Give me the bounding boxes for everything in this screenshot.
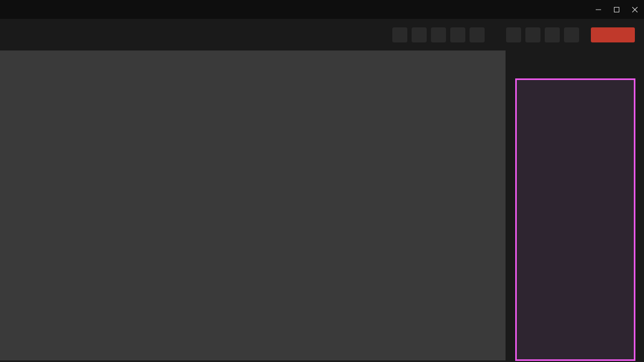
toolbar (0, 19, 644, 50)
window-maximize-button[interactable] (608, 0, 626, 19)
editor-canvas[interactable] (0, 50, 506, 360)
minimize-icon (596, 7, 601, 12)
toolbar-button-a5[interactable] (470, 27, 485, 42)
title-bar (0, 0, 644, 19)
window-close-button[interactable] (626, 0, 644, 19)
close-icon (632, 7, 638, 12)
window-minimize-button[interactable] (589, 0, 608, 19)
toolbar-button-b2[interactable] (525, 27, 540, 42)
toolbar-button-b3[interactable] (545, 27, 560, 42)
toolbar-button-a3[interactable] (431, 27, 446, 42)
toolbar-cta-button[interactable] (591, 27, 635, 42)
toolbar-button-b4[interactable] (564, 27, 579, 42)
toolbar-button-b1[interactable] (506, 27, 521, 42)
svg-rect-1 (614, 7, 619, 12)
highlighted-side-panel[interactable] (515, 78, 635, 361)
toolbar-button-a4[interactable] (450, 27, 465, 42)
workspace (0, 50, 644, 362)
toolbar-button-a2[interactable] (412, 27, 427, 42)
toolbar-button-a1[interactable] (392, 27, 407, 42)
maximize-icon (614, 7, 619, 12)
